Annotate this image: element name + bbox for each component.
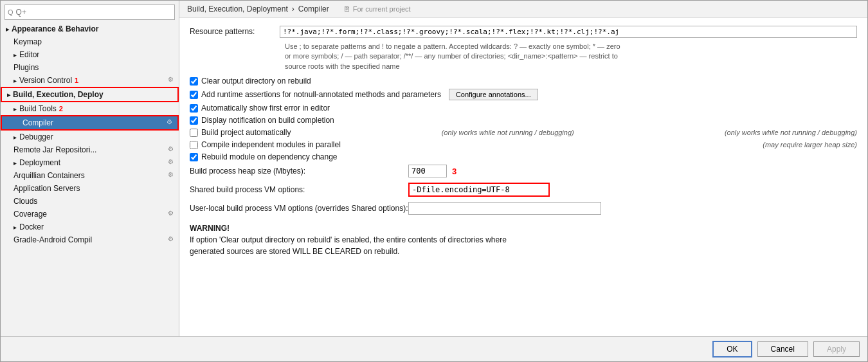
dialog-footer: OK Cancel Apply [1, 336, 867, 361]
main-panel: Build, Execution, Deployment › Compiler … [179, 1, 867, 336]
warning-box: WARNING! If option 'Clear output directo… [190, 222, 857, 257]
checkbox-runtime-assertions-label: Add runtime assertions for notnull-annot… [201, 90, 441, 99]
checkbox-show-first-error[interactable] [190, 104, 198, 113]
settings-dialog: Q ▸Appearance & Behavior Keymap ▸Editor … [0, 0, 868, 362]
shared-vm-label: Shared build process VM options: [190, 185, 408, 194]
settings-icon: ⚙ [168, 145, 174, 152]
option-show-first-error: Automatically show first error in editor [190, 104, 857, 113]
sidebar-item-clouds[interactable]: Clouds [1, 195, 179, 208]
expand-arrow: ▸ [14, 51, 17, 59]
build-automatically-note: (only works while not running / debuggin… [442, 129, 574, 136]
sidebar-item-coverage[interactable]: Coverage ⚙ [1, 208, 179, 221]
settings-icon: ⚙ [167, 118, 172, 125]
settings-icon: ⚙ [168, 235, 174, 242]
sidebar-item-build-tools[interactable]: ▸Build Tools2 [1, 102, 179, 115]
resource-patterns-input[interactable] [280, 26, 857, 38]
settings-icon: ⚙ [168, 76, 174, 83]
checkbox-runtime-assertions[interactable] [190, 91, 198, 99]
checkbox-clear-output[interactable] [190, 77, 198, 86]
settings-icon: ⚙ [168, 158, 174, 165]
resource-patterns-row: Resource patterns: [190, 26, 857, 38]
checkbox-clear-output-label: Clear output directory on rebuild [201, 77, 311, 86]
shared-vm-row: Shared build process VM options: [190, 183, 857, 197]
user-local-vm-label: User-local build process VM options (ove… [190, 204, 408, 213]
checkbox-rebuild-module-label: Rebuild module on dependency change [201, 152, 338, 161]
expand-arrow: ▸ [14, 105, 17, 113]
heap-size-input[interactable] [408, 165, 447, 177]
sidebar-item-gradle-android[interactable]: Gradle-Android Compil ⚙ [1, 233, 179, 246]
apply-button[interactable]: Apply [813, 341, 860, 357]
expand-arrow: ▸ [6, 26, 9, 33]
settings-icon: ⚙ [168, 171, 174, 178]
checkbox-build-automatically[interactable] [190, 129, 198, 137]
sidebar-item-arquillian[interactable]: Arquillian Containers ⚙ [1, 169, 179, 182]
sidebar-item-compiler[interactable]: Compiler ⚙ [1, 115, 179, 131]
checkbox-rebuild-module[interactable] [190, 153, 198, 161]
sidebar-item-deployment[interactable]: ▸Deployment ⚙ [1, 156, 179, 169]
option-compile-parallel: Compile independent modules in parallel … [190, 140, 857, 149]
breadcrumb-path1: Build, Execution, Deployment [187, 5, 288, 14]
option-build-automatically: Build project automatically (only works … [190, 128, 857, 137]
project-note: 🖹For current project [343, 5, 411, 13]
sidebar: Q ▸Appearance & Behavior Keymap ▸Editor … [1, 1, 179, 336]
sidebar-item-appearance[interactable]: ▸Appearance & Behavior [1, 23, 179, 35]
cancel-button[interactable]: Cancel [757, 341, 808, 357]
heap-size-row: Build process heap size (Mbytes): 3 [190, 165, 857, 177]
warning-body: If option 'Clear output directory on reb… [190, 234, 857, 257]
user-local-vm-row: User-local build process VM options (ove… [190, 202, 857, 215]
sidebar-item-debugger[interactable]: ▸Debugger [1, 131, 179, 143]
settings-icon: ⚙ [168, 210, 174, 217]
warning-title: WARNING! [190, 222, 857, 234]
sidebar-item-editor[interactable]: ▸Editor [1, 48, 179, 61]
compile-parallel-note: (may require larger heap size) [763, 141, 857, 149]
option-rebuild-module: Rebuild module on dependency change [190, 152, 857, 161]
expand-arrow: ▸ [7, 91, 10, 98]
sidebar-item-app-servers[interactable]: Application Servers [1, 182, 179, 195]
sidebar-item-build-execution[interactable]: ▸Build, Execution, Deploy [1, 87, 179, 102]
checkbox-build-automatically-label: Build project automatically [201, 128, 291, 137]
checkbox-show-first-error-label: Automatically show first error in editor [201, 104, 330, 113]
shared-vm-input[interactable] [408, 183, 550, 197]
search-icon: Q [8, 8, 14, 16]
expand-arrow: ▸ [14, 224, 17, 231]
checkbox-compile-parallel[interactable] [190, 141, 198, 149]
search-box[interactable]: Q [5, 5, 175, 20]
annotation-badge-3: 3 [452, 167, 457, 176]
dialog-content: Q ▸Appearance & Behavior Keymap ▸Editor … [1, 1, 867, 336]
checkbox-display-notification[interactable] [190, 116, 198, 125]
breadcrumb-separator: › [292, 5, 294, 14]
checkbox-display-notification-label: Display notification on build completion [201, 116, 334, 125]
option-runtime-assertions: Add runtime assertions for notnull-annot… [190, 89, 857, 100]
sidebar-item-keymap[interactable]: Keymap [1, 35, 179, 48]
ok-button[interactable]: OK [712, 341, 752, 357]
expand-arrow: ▸ [14, 77, 17, 84]
search-input[interactable] [16, 8, 172, 17]
build-tools-badge: 2 [59, 105, 63, 113]
heap-size-label: Build process heap size (Mbytes): [190, 167, 408, 176]
version-control-badge: 1 [75, 77, 78, 84]
expand-arrow: ▸ [14, 134, 17, 141]
expand-arrow: ▸ [14, 159, 17, 167]
option-display-notification: Display notification on build completion [190, 116, 857, 125]
user-local-vm-input[interactable] [408, 202, 601, 215]
content-area: Resource patterns: Use ; to separate pat… [179, 18, 867, 336]
sidebar-item-remote-jar[interactable]: Remote Jar Repositori... ⚙ [1, 143, 179, 156]
option-clear-output: Clear output directory on rebuild [190, 77, 857, 86]
breadcrumb: Build, Execution, Deployment › Compiler … [179, 1, 867, 18]
hint-text: Use ; to separate patterns and ! to nega… [285, 42, 857, 71]
checkbox-compile-parallel-label: Compile independent modules in parallel [201, 140, 341, 149]
breadcrumb-path2: Compiler [298, 5, 329, 14]
resource-patterns-label: Resource patterns: [190, 26, 280, 36]
sidebar-item-docker[interactable]: ▸Docker [1, 221, 179, 233]
configure-annotations-button[interactable]: Configure annotations... [449, 89, 538, 100]
build-auto-sidenote: (only works while not running / debuggin… [725, 129, 857, 136]
sidebar-item-version-control[interactable]: ▸Version Control1 ⚙ [1, 74, 179, 87]
sidebar-item-plugins[interactable]: Plugins [1, 61, 179, 74]
